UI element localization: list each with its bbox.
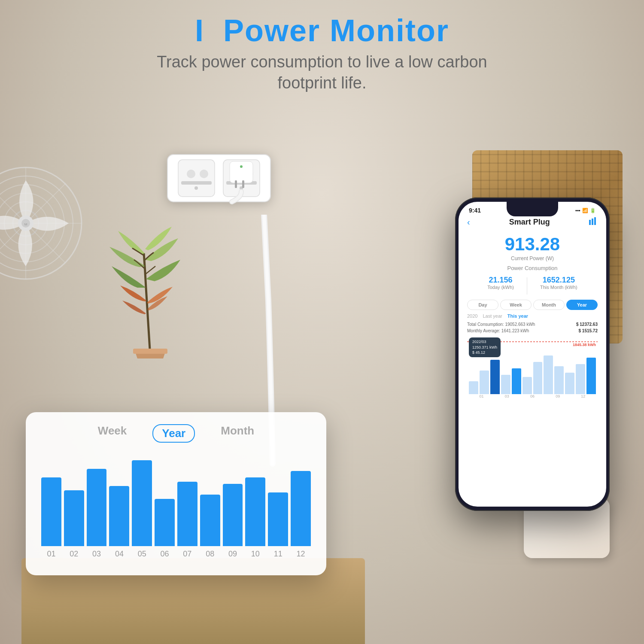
bar-group-08: 08 xyxy=(200,495,220,559)
tooltip-date: 2022/03 xyxy=(472,339,497,345)
consumption-section: Power Consumption 21.156 Today (kWh) 165… xyxy=(459,265,606,295)
mini-bar-1 xyxy=(480,371,489,394)
bar-11 xyxy=(268,492,288,546)
plant-decoration xyxy=(86,193,215,365)
bar-group-12: 12 xyxy=(291,471,311,559)
month-label: This Month (kWh) xyxy=(540,285,577,290)
today-label: Today (kWh) xyxy=(487,285,514,290)
mini-bar-11 xyxy=(586,358,596,394)
power-reading: 913.28 Current Power (W) xyxy=(459,231,606,265)
bar-label-12: 12 xyxy=(297,550,305,559)
mini-bar-6 xyxy=(533,362,543,394)
bar-09 xyxy=(223,484,243,546)
mini-bar-4 xyxy=(512,368,521,394)
today-value: 21.156 xyxy=(487,276,514,285)
title-icon: I xyxy=(195,13,204,48)
tab-week[interactable]: Week xyxy=(500,300,532,310)
power-unit: Current Power (W) xyxy=(459,255,606,261)
bar-label-02: 02 xyxy=(70,550,78,559)
bar-10 xyxy=(245,477,265,546)
tab-day[interactable]: Day xyxy=(467,300,498,310)
tab-year[interactable]: Year xyxy=(152,424,195,443)
tab-month-phone[interactable]: Month xyxy=(533,300,565,310)
svg-point-29 xyxy=(240,165,243,168)
bar-03 xyxy=(87,469,107,546)
status-icons: ▪▪▪ 📶 🔋 xyxy=(575,208,596,213)
bar-group-04: 04 xyxy=(109,486,129,559)
bar-chart: 010203040506070809101112 xyxy=(39,451,313,559)
bar-label-09: 09 xyxy=(228,550,237,559)
svg-rect-32 xyxy=(594,217,596,225)
page-title: I Power Monitor xyxy=(0,13,644,48)
month-consumption: 1652.125 This Month (kWh) xyxy=(540,276,577,295)
chart-tabs: Week Year Month xyxy=(39,424,313,443)
tab-year-phone[interactable]: Year xyxy=(566,300,598,310)
tab-month[interactable]: Month xyxy=(221,424,254,443)
mini-bar-9 xyxy=(565,373,574,394)
bar-chart-icon xyxy=(589,217,598,225)
bar-02 xyxy=(64,490,84,546)
svg-rect-27 xyxy=(235,180,237,188)
svg-rect-14 xyxy=(133,349,167,354)
bar-group-09: 09 xyxy=(223,484,243,559)
status-time: 9:41 xyxy=(469,207,481,214)
year-last[interactable]: Last year xyxy=(483,313,502,319)
mini-x-labels: 01 03 06 09 12 xyxy=(467,394,598,398)
svg-rect-30 xyxy=(589,220,591,225)
mini-bar-5 xyxy=(522,377,532,394)
bar-group-03: 03 xyxy=(87,469,107,559)
bar-07 xyxy=(177,482,197,546)
mini-bar-0 xyxy=(469,381,478,394)
signal-icon: ▪▪▪ xyxy=(575,208,580,213)
bar-04 xyxy=(109,486,129,546)
fan-svg: M xyxy=(0,163,86,283)
year-2020[interactable]: 2020 xyxy=(467,313,477,319)
phone-mockup: 9:41 ▪▪▪ 📶 🔋 ‹ Smart Plug 913.28 Curren xyxy=(455,197,610,511)
mini-tooltip: 2022/03 1250.371 kWh $ 45.12 xyxy=(469,337,501,357)
divider xyxy=(527,277,527,295)
bar-08 xyxy=(200,495,220,546)
bar-label-11: 11 xyxy=(274,550,283,559)
mini-bar-3 xyxy=(501,375,510,394)
fan-decoration: M xyxy=(0,163,86,283)
bar-group-01: 01 xyxy=(41,477,61,559)
title-text: Power Monitor xyxy=(223,13,449,48)
today-consumption: 21.156 Today (kWh) xyxy=(487,276,514,295)
wifi-icon: 📶 xyxy=(582,208,588,213)
bar-group-05: 05 xyxy=(132,460,152,559)
plant-svg xyxy=(86,193,215,365)
outlet xyxy=(163,150,275,208)
bar-12 xyxy=(291,471,311,546)
bar-01 xyxy=(41,477,61,546)
chart-icon[interactable] xyxy=(589,217,598,227)
year-selector: 2020 Last year This year xyxy=(459,313,606,321)
app-title: Smart Plug xyxy=(470,218,589,227)
total-consumption-row: Total Consumption: 19052.663 kWh $ 12372… xyxy=(459,321,606,328)
svg-rect-16 xyxy=(178,160,215,197)
mini-bar-2 xyxy=(490,360,500,394)
bar-06 xyxy=(155,499,175,546)
x-label-06: 06 xyxy=(530,394,535,398)
svg-rect-19 xyxy=(181,181,212,185)
svg-text:M: M xyxy=(24,222,27,226)
svg-rect-26 xyxy=(230,161,253,183)
year-this[interactable]: This year xyxy=(507,313,528,319)
svg-point-17 xyxy=(187,170,195,178)
phone-tabs: Day Week Month Year xyxy=(459,300,606,310)
mini-bar-8 xyxy=(554,366,564,394)
bar-label-10: 10 xyxy=(251,550,260,559)
tab-week[interactable]: Week xyxy=(98,424,127,443)
bar-label-08: 08 xyxy=(206,550,214,559)
total-value: $ 12372.63 xyxy=(576,322,598,327)
svg-point-18 xyxy=(200,170,208,178)
tooltip-kwh: 1250.371 kWh xyxy=(472,345,497,350)
consumption-title: Power Consumption xyxy=(467,265,598,271)
bar-group-06: 06 xyxy=(155,499,175,559)
tooltip-cost: $ 45.12 xyxy=(472,350,497,355)
bar-label-05: 05 xyxy=(138,550,146,559)
phone-screen: 9:41 ▪▪▪ 📶 🔋 ‹ Smart Plug 913.28 Curren xyxy=(459,202,606,507)
bar-label-07: 07 xyxy=(183,550,191,559)
power-value: 913.28 xyxy=(459,234,606,255)
back-button[interactable]: ‹ xyxy=(467,217,470,227)
month-value: 1652.125 xyxy=(540,276,577,285)
